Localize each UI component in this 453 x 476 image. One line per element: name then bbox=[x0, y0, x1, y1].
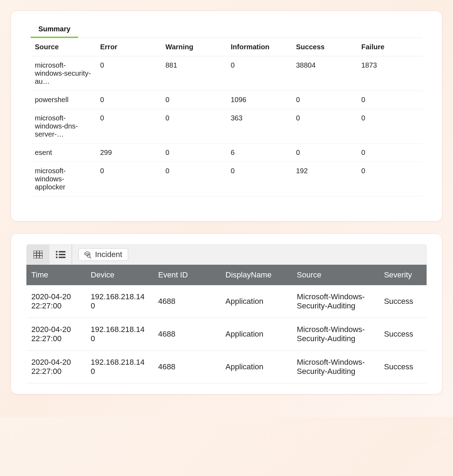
incident-button-label: Incident bbox=[95, 250, 122, 259]
cell-success: 0 bbox=[292, 91, 357, 109]
events-header-row: Time Device Event ID DisplayName Source … bbox=[26, 265, 427, 285]
cell-warning: 0 bbox=[161, 91, 227, 109]
svg-point-5 bbox=[56, 251, 57, 253]
col-source[interactable]: Source bbox=[292, 265, 379, 285]
table-row: microsoft-windows-dns-server-… 0 0 363 0… bbox=[31, 109, 422, 144]
col-error: Error bbox=[96, 38, 162, 56]
cell-event-id: 4688 bbox=[153, 285, 220, 318]
summary-tabs: Summary bbox=[31, 21, 422, 38]
cell-success: 0 bbox=[292, 109, 357, 144]
col-information: Information bbox=[227, 38, 292, 56]
cell-severity: Success bbox=[379, 285, 427, 318]
cell-source: Microsoft-Windows-Security-Auditing bbox=[292, 285, 379, 318]
cell-time: 2020-04-20 22:27:00 bbox=[26, 351, 86, 383]
col-failure: Failure bbox=[357, 38, 423, 56]
table-row: microsoft-windows-applocker 0 0 0 192 0 bbox=[31, 162, 422, 196]
cell-device: 192.168.218.140 bbox=[86, 318, 153, 351]
col-displayname[interactable]: DisplayName bbox=[221, 265, 292, 285]
svg-point-11 bbox=[87, 255, 90, 257]
cell-error: 0 bbox=[96, 162, 162, 196]
cell-source: powershell bbox=[31, 91, 96, 109]
col-time[interactable]: Time bbox=[26, 265, 86, 285]
list-view-button[interactable] bbox=[49, 245, 72, 264]
events-toolbar: Incident bbox=[26, 244, 427, 265]
cell-error: 0 bbox=[96, 56, 162, 91]
cell-source: Microsoft-Windows-Security-Auditing bbox=[292, 351, 379, 383]
table-row[interactable]: 2020-04-20 22:27:00 192.168.218.140 4688… bbox=[26, 351, 427, 383]
svg-point-6 bbox=[56, 254, 57, 256]
cell-source: microsoft-windows-applocker bbox=[31, 162, 96, 196]
col-event-id[interactable]: Event ID bbox=[153, 265, 220, 285]
summary-panel: Summary Source Error Warning Information… bbox=[11, 11, 442, 221]
cell-failure: 0 bbox=[357, 109, 423, 144]
cell-information: 0 bbox=[227, 162, 292, 196]
cell-source: microsoft-windows-dns-server-… bbox=[31, 109, 96, 144]
svg-rect-0 bbox=[33, 251, 43, 258]
cell-failure: 1873 bbox=[357, 56, 423, 91]
svg-point-7 bbox=[56, 257, 57, 258]
cell-error: 0 bbox=[96, 109, 162, 144]
cell-information: 1096 bbox=[227, 91, 292, 109]
cell-displayname: Application bbox=[221, 318, 292, 351]
table-row: esent 299 0 6 0 0 bbox=[31, 144, 422, 162]
cell-failure: 0 bbox=[357, 91, 423, 109]
table-row[interactable]: 2020-04-20 22:27:00 192.168.218.140 4688… bbox=[26, 285, 427, 318]
table-grid-icon bbox=[33, 251, 43, 258]
events-panel: Incident Time Device Event ID DisplayNam… bbox=[11, 233, 442, 394]
cell-information: 363 bbox=[227, 109, 292, 144]
cell-source: microsoft-windows-security-au… bbox=[31, 56, 96, 91]
cell-event-id: 4688 bbox=[153, 318, 220, 351]
cell-information: 0 bbox=[227, 56, 292, 91]
toolbar-separator bbox=[72, 245, 72, 264]
cell-warning: 0 bbox=[161, 109, 227, 144]
tab-summary[interactable]: Summary bbox=[31, 21, 78, 38]
events-table: Time Device Event ID DisplayName Source … bbox=[26, 265, 427, 383]
col-warning: Warning bbox=[161, 38, 227, 56]
cell-warning: 881 bbox=[161, 56, 227, 91]
cell-warning: 0 bbox=[161, 144, 227, 162]
svg-rect-10 bbox=[59, 257, 65, 258]
cell-device: 192.168.218.140 bbox=[86, 285, 153, 318]
cell-error: 0 bbox=[96, 91, 162, 109]
cell-device: 192.168.218.140 bbox=[86, 351, 153, 383]
incident-button[interactable]: Incident bbox=[78, 248, 128, 261]
table-row: microsoft-windows-security-au… 0 881 0 3… bbox=[31, 56, 422, 91]
cell-warning: 0 bbox=[161, 162, 227, 196]
table-view-button[interactable] bbox=[27, 245, 49, 264]
cell-time: 2020-04-20 22:27:00 bbox=[26, 285, 86, 318]
col-severity[interactable]: Severity bbox=[379, 265, 427, 285]
cell-information: 6 bbox=[227, 144, 292, 162]
table-row: powershell 0 0 1096 0 0 bbox=[31, 91, 422, 109]
svg-rect-9 bbox=[59, 254, 65, 255]
col-success: Success bbox=[292, 38, 357, 56]
svg-rect-8 bbox=[59, 251, 65, 252]
cell-success: 192 bbox=[292, 162, 357, 196]
cell-event-id: 4688 bbox=[153, 351, 220, 383]
summary-header-row: Source Error Warning Information Success… bbox=[31, 38, 422, 56]
cell-severity: Success bbox=[379, 351, 427, 383]
cell-severity: Success bbox=[379, 318, 427, 351]
cell-success: 38804 bbox=[292, 56, 357, 91]
table-row[interactable]: 2020-04-20 22:27:00 192.168.218.140 4688… bbox=[26, 318, 427, 351]
cell-error: 299 bbox=[96, 144, 162, 162]
summary-table: Source Error Warning Information Success… bbox=[31, 38, 422, 196]
cell-time: 2020-04-20 22:27:00 bbox=[26, 318, 86, 351]
cell-displayname: Application bbox=[221, 285, 292, 318]
svg-line-12 bbox=[90, 257, 91, 258]
cell-failure: 0 bbox=[357, 162, 423, 196]
fingerprint-search-icon bbox=[83, 250, 92, 259]
cell-success: 0 bbox=[292, 144, 357, 162]
cell-source: esent bbox=[31, 144, 96, 162]
cell-source: Microsoft-Windows-Security-Auditing bbox=[292, 318, 379, 351]
cell-displayname: Application bbox=[221, 351, 292, 383]
col-device[interactable]: Device bbox=[86, 265, 153, 285]
cell-failure: 0 bbox=[357, 144, 423, 162]
list-icon bbox=[56, 251, 65, 258]
col-source: Source bbox=[31, 38, 96, 56]
